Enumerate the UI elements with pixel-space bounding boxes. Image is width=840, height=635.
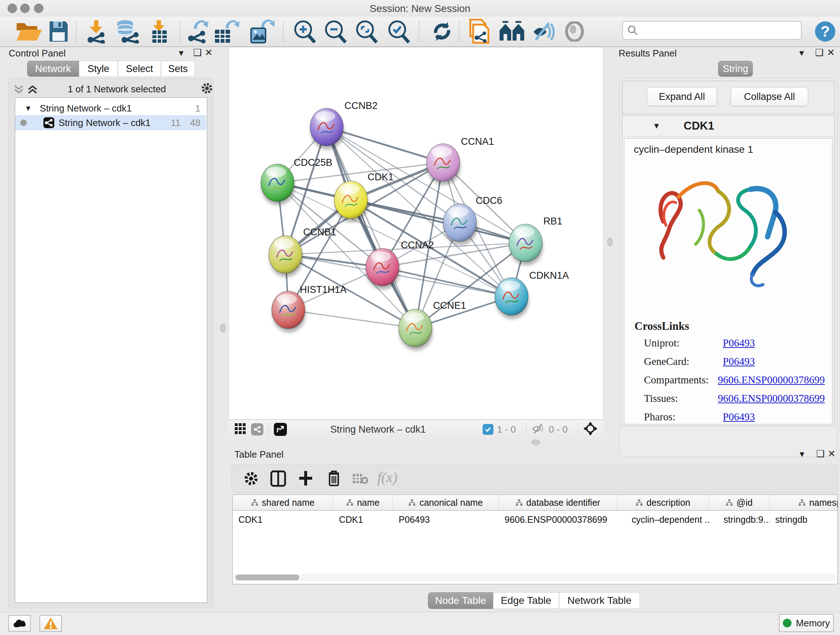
search-input[interactable] [638, 25, 795, 36]
horizontal-scrollbar[interactable] [233, 574, 836, 581]
network-node-CDC25B[interactable] [261, 164, 295, 205]
welcome-screen-icon[interactable] [498, 19, 526, 43]
right-splitter-handle[interactable] [607, 238, 613, 246]
warning-status-button[interactable] [39, 615, 62, 632]
table-cell[interactable]: cyclin–dependent ... [617, 511, 709, 525]
panel-close-icon[interactable]: ✕ [828, 448, 836, 459]
birds-eye-view-icon[interactable] [234, 423, 246, 436]
add-column-icon[interactable] [298, 470, 314, 488]
expand-all-icon[interactable] [27, 84, 38, 96]
function-builder-icon[interactable]: f(x) [377, 469, 398, 486]
collapse-all-icon[interactable] [13, 84, 24, 96]
network-edge[interactable] [327, 127, 415, 328]
network-node-CCNA2[interactable] [366, 249, 400, 290]
collapse-all-button[interactable]: Collapse All [731, 87, 808, 106]
column-header-canonical-name[interactable]: canonical name [393, 495, 499, 510]
network-node-CDC6[interactable] [443, 204, 477, 245]
scrollbar-thumb[interactable] [235, 575, 299, 580]
open-in-window-icon[interactable] [274, 423, 287, 436]
tab-node-table[interactable]: Node Table [428, 592, 493, 609]
disclosure-triangle-icon[interactable]: ▼ [653, 121, 660, 131]
hide-selected-icon[interactable] [531, 19, 556, 43]
tab-style[interactable]: Style [79, 61, 118, 77]
import-table-icon[interactable] [146, 19, 173, 43]
tree-row-network[interactable]: String Network – cdk1 11 48 [15, 115, 206, 130]
save-icon[interactable] [49, 19, 69, 43]
memory-button[interactable]: Memory [779, 614, 834, 632]
selected-checkbox-icon[interactable] [483, 424, 493, 435]
network-edge[interactable] [351, 200, 526, 243]
tab-sets[interactable]: Sets [161, 61, 195, 77]
panel-float-icon[interactable]: ❑ [193, 47, 202, 58]
panel-close-icon[interactable]: ✕ [205, 47, 213, 58]
select-columns-icon[interactable] [270, 470, 286, 488]
disclosure-triangle-icon[interactable]: ▼ [25, 104, 32, 112]
network-node-CDKN1A[interactable] [495, 278, 529, 319]
expand-all-button[interactable]: Expand All [647, 87, 717, 106]
cloud-status-button[interactable] [8, 615, 31, 632]
column-header-@id[interactable]: @id [709, 495, 769, 510]
network-edge[interactable] [288, 310, 415, 328]
network-edge[interactable] [382, 267, 512, 296]
help-icon[interactable]: ? [813, 19, 837, 43]
gear-icon[interactable] [201, 82, 213, 96]
delete-table-icon[interactable] [352, 473, 369, 486]
crosslink-link[interactable]: P06493 [723, 356, 755, 367]
network-node-CCNA1[interactable] [426, 144, 461, 185]
network-node-HIST1H1A[interactable] [272, 291, 306, 333]
export-table-icon[interactable] [211, 19, 240, 43]
delete-column-icon[interactable] [327, 470, 341, 488]
import-network-database-icon[interactable] [111, 19, 143, 43]
panel-menu-icon[interactable]: ▼ [798, 450, 806, 459]
column-header-shared-name[interactable]: shared name [233, 495, 333, 510]
export-network-icon[interactable] [185, 19, 211, 43]
open-folder-icon[interactable] [14, 19, 45, 43]
tree-row-collection[interactable]: ▼ String Network – cdk1 1 [15, 101, 206, 115]
tab-string[interactable]: String [718, 61, 753, 77]
table-cell[interactable]: P06493 [393, 511, 499, 525]
show-hidden-icon[interactable] [563, 19, 586, 43]
column-header-database-identifier[interactable]: database identifier [499, 495, 617, 510]
network-node-RB1[interactable] [509, 224, 543, 265]
table-cell[interactable]: stringdb:9... [709, 511, 769, 525]
crosslink-link[interactable]: 9606.ENSP00000378699 [718, 374, 825, 386]
bottom-splitter-handle[interactable] [531, 440, 540, 445]
network-canvas[interactable]: CCNB2CCNA1CDC25BCDK1CDC6RB1CCNB1CCNA2CDK… [229, 47, 603, 420]
table-settings-gear-icon[interactable] [243, 471, 259, 488]
zoom-in-icon[interactable] [291, 19, 318, 43]
import-network-icon[interactable] [84, 19, 111, 43]
protein-header-row[interactable]: ▼ CDK1 [622, 116, 834, 136]
table-cell[interactable]: stringdb [769, 511, 838, 525]
network-node-CCNE1[interactable] [399, 309, 433, 350]
network-from-file-icon[interactable] [467, 19, 492, 43]
crosslink-link[interactable]: P06493 [723, 337, 755, 349]
tab-select[interactable]: Select [118, 61, 161, 77]
panel-menu-icon[interactable]: ▼ [798, 49, 806, 58]
panel-menu-icon[interactable]: ▼ [177, 49, 185, 58]
zoom-selected-icon[interactable] [385, 19, 414, 43]
table-cell[interactable]: CDK1 [233, 511, 333, 525]
string-style-icon[interactable] [251, 423, 264, 435]
network-node-CDK1[interactable] [334, 181, 368, 222]
crosslink-link[interactable]: P06493 [723, 411, 755, 423]
table-row[interactable]: CDK1CDK1P064939606.ENSP00000378699cyclin… [233, 511, 837, 525]
crosslink-link[interactable]: 9606.ENSP00000378699 [718, 393, 825, 404]
tab-network[interactable]: Network [27, 61, 79, 77]
column-header-namespace[interactable]: namespace [769, 495, 838, 510]
panel-float-icon[interactable]: ❑ [815, 47, 823, 58]
search-field[interactable] [622, 21, 802, 40]
export-image-icon[interactable] [248, 19, 276, 43]
apply-layout-icon[interactable] [429, 19, 455, 43]
fit-crosshair-icon[interactable] [583, 421, 598, 437]
column-header-name[interactable]: name [333, 495, 393, 510]
zoom-out-icon[interactable] [322, 19, 349, 43]
tab-edge-table[interactable]: Edge Table [493, 592, 559, 609]
panel-close-icon[interactable]: ✕ [827, 47, 835, 58]
table-cell[interactable]: 9606.ENSP00000378699 [499, 511, 617, 525]
network-node-CCNB1[interactable] [269, 236, 303, 277]
hidden-eye-icon[interactable] [531, 423, 546, 436]
network-edge[interactable] [327, 127, 443, 163]
left-splitter-handle[interactable] [220, 324, 226, 333]
network-node-CCNB2[interactable] [310, 108, 344, 149]
column-header-description[interactable]: description [617, 495, 709, 510]
